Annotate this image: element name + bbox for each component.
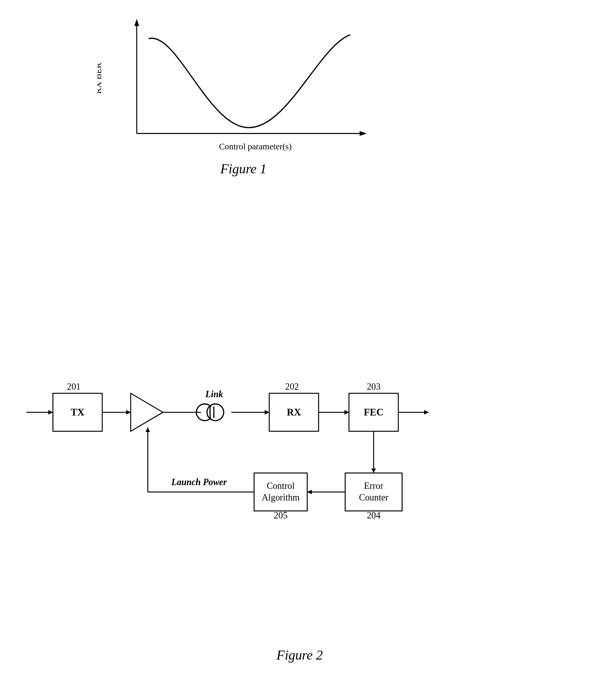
svg-marker-13 [131,393,163,431]
graph-svg: RX BER Control parameter(s) [97,15,390,157]
figure2-label: Figure 2 [19,647,581,663]
svg-text:205: 205 [274,510,287,520]
figure2-container: TX 201 Link [19,247,581,659]
svg-marker-47 [146,427,150,432]
svg-text:201: 201 [67,381,81,392]
svg-marker-12 [126,410,131,414]
svg-text:TX: TX [71,407,85,418]
svg-text:203: 203 [367,381,380,392]
svg-marker-1 [134,19,139,26]
svg-text:Launch Power: Launch Power [171,477,227,487]
svg-marker-27 [345,410,349,414]
svg-text:Control: Control [267,481,295,491]
figure1-container: RX BER Control parameter(s) Figure 1 [75,15,412,195]
svg-text:Algorithm: Algorithm [262,492,300,502]
figure1-label: Figure 1 [75,161,412,177]
svg-text:RX BER: RX BER [97,63,103,94]
svg-text:RX: RX [287,407,301,418]
svg-text:204: 204 [367,510,380,520]
graph-area: RX BER Control parameter(s) [97,15,390,157]
svg-text:202: 202 [285,381,299,392]
svg-text:FEC: FEC [364,407,384,418]
figure2-diagram: TX 201 Link [19,247,581,638]
page-container: RX BER Control parameter(s) Figure 1 TX … [0,0,606,700]
svg-text:Counter: Counter [359,492,388,502]
svg-text:Control parameter(s): Control parameter(s) [219,141,292,151]
svg-text:Error: Error [364,481,383,491]
svg-marker-22 [265,410,269,414]
svg-marker-3 [360,131,367,136]
svg-marker-7 [48,410,53,414]
svg-marker-40 [307,490,312,494]
svg-text:Link: Link [205,389,223,399]
svg-marker-34 [372,468,376,473]
svg-marker-32 [424,410,428,414]
